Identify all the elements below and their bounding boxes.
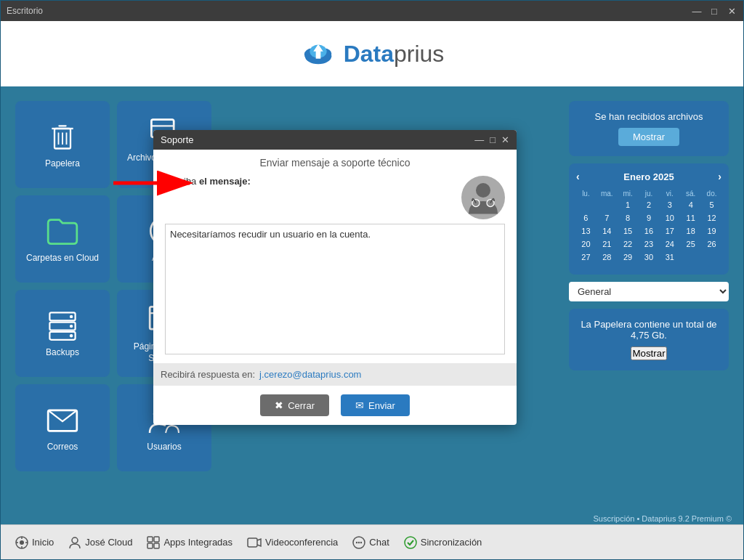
dialog-close-button[interactable]: ✕: [501, 134, 509, 145]
taskbar-item-chat[interactable]: Chat: [352, 536, 389, 549]
dialog-top: Escriba el mensaje:: [165, 176, 505, 224]
sync-icon: [404, 536, 417, 549]
dialog-header-text: Enviar mensaje a soporte técnico: [165, 157, 505, 169]
svg-rect-47: [248, 538, 257, 547]
cancel-icon: ✖: [275, 399, 283, 411]
svg-rect-43: [147, 537, 153, 542]
cancel-label: Cerrar: [288, 400, 315, 411]
svg-point-51: [360, 541, 362, 543]
red-arrow: [113, 165, 201, 201]
sincronizacion-label: Sincronización: [421, 537, 482, 548]
close-button[interactable]: ✕: [726, 6, 737, 17]
message-label: Escriba el mensaje:: [165, 176, 454, 187]
apps-label: Apps Integradas: [163, 537, 232, 548]
support-agent-icon: [461, 176, 505, 219]
dialog-left: Escriba el mensaje:: [165, 176, 454, 190]
svg-point-49: [356, 541, 357, 543]
dialog-maximize-button[interactable]: □: [490, 134, 496, 145]
svg-rect-46: [154, 543, 159, 548]
svg-point-52: [405, 537, 416, 548]
jose-cloud-label: José Cloud: [85, 537, 132, 548]
send-icon: ✉: [355, 399, 364, 411]
window-controls: — □ ✕: [691, 6, 737, 17]
svg-rect-45: [147, 543, 153, 548]
dialog-body: Enviar mensaje a soporte técnico Escriba…: [153, 150, 517, 357]
window-title: Escritorio: [7, 6, 691, 16]
inicio-icon: [15, 536, 28, 549]
dialog-title: Soporte: [161, 134, 469, 145]
chat-icon: [352, 536, 365, 549]
videoconferencia-label: Videoconferencia: [265, 537, 338, 548]
dialog-footer: ✖ Cerrar ✉ Enviar: [153, 386, 517, 425]
main-window: Escritorio — □ ✕ Dataprius: [0, 0, 744, 560]
send-button[interactable]: ✉ Enviar: [341, 394, 410, 416]
svg-point-37: [20, 540, 24, 545]
svg-point-42: [72, 537, 78, 543]
svg-rect-44: [154, 537, 159, 542]
support-dialog: Soporte — □ ✕ Enviar mensaje a soporte t…: [153, 130, 517, 425]
reply-email: j.cerezo@dataprius.com: [259, 369, 361, 380]
taskbar-item-apps[interactable]: Apps Integradas: [147, 536, 232, 549]
chat-label: Chat: [369, 537, 389, 548]
svg-point-33: [476, 183, 490, 198]
taskbar-item-sincronizacion[interactable]: Sincronización: [404, 536, 482, 549]
header: Dataprius: [1, 21, 743, 86]
taskbar-item-jose-cloud[interactable]: José Cloud: [68, 536, 132, 549]
logo: Dataprius: [300, 39, 445, 68]
reply-label: Recibirá respuesta en:: [161, 369, 255, 380]
taskbar-item-inicio[interactable]: Inicio: [15, 536, 54, 549]
title-bar: Escritorio — □ ✕: [1, 1, 743, 21]
subscription-bar: Suscripción • Dataprius 9.2 Premium ©: [1, 513, 743, 524]
user-icon: [68, 536, 81, 549]
message-textarea[interactable]: [165, 224, 505, 354]
dialog-minimize-button[interactable]: —: [474, 134, 484, 145]
video-icon: [247, 537, 262, 548]
send-label: Enviar: [368, 400, 395, 411]
reply-bar: Recibirá respuesta en: j.cerezo@datapriu…: [153, 363, 517, 386]
main-content: Papelera Archivos Recibidos Web: [1, 86, 743, 513]
maximize-button[interactable]: □: [708, 6, 720, 17]
taskbar-item-videoconferencia[interactable]: Videoconferencia: [247, 537, 338, 548]
inicio-label: Inicio: [32, 537, 54, 548]
apps-icon: [147, 536, 160, 549]
logo-text: Dataprius: [344, 41, 445, 68]
logo-icon: [300, 39, 336, 68]
dialog-titlebar: Soporte — □ ✕: [153, 130, 517, 150]
taskbar: Inicio José Cloud Apps Integradas: [1, 524, 743, 559]
minimize-button[interactable]: —: [691, 6, 703, 17]
dialog-overlay: Soporte — □ ✕ Enviar mensaje a soporte t…: [1, 86, 743, 513]
cancel-button[interactable]: ✖ Cerrar: [260, 394, 329, 416]
svg-point-50: [358, 541, 360, 543]
subscription-text: Suscripción • Dataprius 9.2 Premium ©: [594, 514, 732, 523]
